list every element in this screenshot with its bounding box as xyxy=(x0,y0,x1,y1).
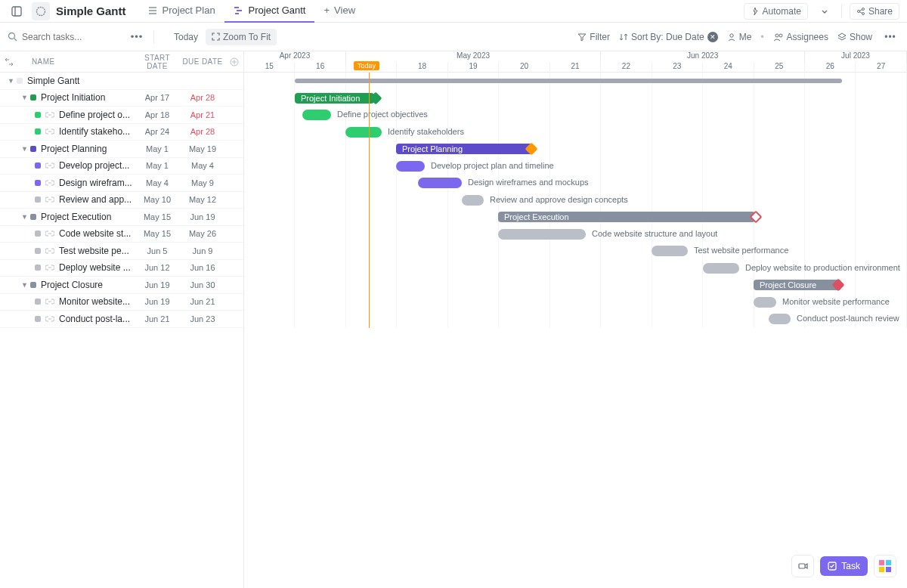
toolbar: ••• Today Zoom To Fit Filter Sort By: Du… xyxy=(0,23,907,51)
task-bar[interactable] xyxy=(754,297,776,308)
search-options[interactable]: ••• xyxy=(128,28,146,46)
task-row[interactable]: Deploy website ... Jun 12 Jun 16 xyxy=(0,260,243,277)
collapse-icon[interactable]: ▼ xyxy=(21,94,30,101)
task-name: Simple Gantt xyxy=(27,76,135,86)
group-row[interactable]: ▼ Project Planning May 1 May 19 xyxy=(0,141,243,158)
collapse-icon[interactable]: ▼ xyxy=(8,77,17,85)
task-row[interactable]: Identify stakeho... Apr 24 Apr 28 xyxy=(0,124,243,141)
name-column-header[interactable]: Name xyxy=(18,57,135,66)
due-date: Jun 9 xyxy=(180,246,225,255)
task-bar[interactable] xyxy=(769,314,791,324)
group-bar[interactable]: Project Initiation xyxy=(295,93,374,104)
record-button[interactable] xyxy=(791,555,814,577)
month-header: Jun 2023 xyxy=(601,51,805,62)
filter-button[interactable]: Filter xyxy=(577,32,610,42)
task-bar[interactable] xyxy=(462,195,484,206)
svg-point-17 xyxy=(775,34,779,37)
status-dot xyxy=(30,282,36,288)
group-row[interactable]: ▼ Project Closure Jun 19 Jun 30 xyxy=(0,277,243,294)
bar-label: Code website structure and layout xyxy=(592,229,717,238)
bar-row: Test website performance xyxy=(244,243,907,260)
group-bar[interactable]: Project Planning xyxy=(396,144,534,154)
status-dot xyxy=(35,180,41,186)
task-bar[interactable] xyxy=(418,178,462,188)
task-bar[interactable] xyxy=(498,229,586,240)
group-bar[interactable]: Project Execution xyxy=(498,212,755,222)
bar-row: Project Planning xyxy=(244,141,907,158)
task-row[interactable]: Conduct post-la... Jun 21 Jun 23 xyxy=(0,311,243,328)
task-row[interactable]: Develop project... May 1 May 4 xyxy=(0,158,243,175)
svg-rect-8 xyxy=(235,13,239,14)
group-bar[interactable]: Project Closure xyxy=(754,280,841,290)
apps-icon xyxy=(879,560,891,572)
svg-line-15 xyxy=(14,39,17,42)
today-button[interactable]: Today xyxy=(174,32,198,42)
automate-dropdown[interactable] xyxy=(816,2,834,20)
bar-row: Project Initiation xyxy=(244,90,907,107)
task-bar[interactable] xyxy=(302,110,331,120)
svg-line-12 xyxy=(859,9,862,11)
group-row[interactable]: ▼ Project Execution May 15 Jun 19 xyxy=(0,209,243,226)
task-name: Project Initiation xyxy=(41,92,135,103)
task-name: Code website st... xyxy=(59,228,135,239)
task-row[interactable]: Review and app... May 10 May 12 xyxy=(0,192,243,209)
task-row[interactable]: Code website st... May 15 May 26 xyxy=(0,226,243,243)
show-button[interactable]: Show xyxy=(837,32,872,42)
task-row[interactable]: Test website pe... Jun 5 Jun 9 xyxy=(0,243,243,260)
collapse-icon[interactable]: ▼ xyxy=(21,281,30,289)
collapse-icon[interactable]: ▼ xyxy=(21,213,30,221)
collapse-icon[interactable]: ▼ xyxy=(21,145,30,153)
users-icon xyxy=(773,32,784,42)
week-header: 22 xyxy=(601,62,652,73)
automate-button[interactable]: Automate xyxy=(744,3,808,20)
week-header: 27 xyxy=(856,62,906,73)
task-row[interactable]: Monitor website... Jun 19 Jun 21 xyxy=(0,294,243,311)
task-bar[interactable] xyxy=(652,246,688,256)
task-row[interactable]: Design wirefram... May 4 May 9 xyxy=(0,175,243,192)
tab-project-plan[interactable]: Project Plan xyxy=(138,0,224,23)
start-date: Jun 5 xyxy=(135,246,180,255)
task-name: Project Closure xyxy=(41,280,135,290)
clear-sort-button[interactable]: ✕ xyxy=(707,32,718,42)
subtask-icon xyxy=(45,195,54,204)
task-bar[interactable] xyxy=(396,161,425,172)
bar-row: Identify stakeholders xyxy=(244,124,907,141)
sidebar-toggle-icon[interactable] xyxy=(8,2,26,20)
search-input[interactable] xyxy=(22,32,98,42)
page-title[interactable]: Simple Gantt xyxy=(56,5,126,17)
task-name: Develop project... xyxy=(59,160,135,171)
assignees-button[interactable]: Assignees xyxy=(773,32,828,42)
start-date: Apr 17 xyxy=(135,93,180,102)
tab-label: Project Gantt xyxy=(249,5,306,16)
add-column-button[interactable] xyxy=(225,57,243,67)
task-row[interactable]: Define project o... Apr 18 Apr 21 xyxy=(0,107,243,124)
share-button[interactable]: Share xyxy=(850,3,899,20)
summary-bar[interactable] xyxy=(295,79,842,83)
me-button[interactable]: Me xyxy=(727,32,752,42)
week-header: 15 xyxy=(244,62,295,73)
due-column-header[interactable]: Due Date xyxy=(180,57,225,66)
start-column-header[interactable]: Start Date xyxy=(135,54,180,70)
bar-label: Conduct post-launch review xyxy=(797,314,899,323)
root-row[interactable]: ▼ Simple Gantt xyxy=(0,73,243,90)
task-bar[interactable] xyxy=(345,127,382,138)
start-date: Apr 24 xyxy=(135,127,180,136)
apps-button[interactable] xyxy=(874,555,896,577)
start-date: Jun 12 xyxy=(135,263,180,272)
gantt-panel[interactable]: Apr 2023May 2023Jun 2023Jul 2023 1516171… xyxy=(244,51,907,588)
subtask-icon xyxy=(45,229,54,238)
tab-project-gantt[interactable]: Project Gantt xyxy=(224,0,315,23)
svg-line-13 xyxy=(859,11,862,13)
zoom-to-fit-button[interactable]: Zoom To Fit xyxy=(206,29,277,45)
group-row[interactable]: ▼ Project Initiation Apr 17 Apr 28 xyxy=(0,90,243,107)
expand-all-button[interactable] xyxy=(0,57,18,67)
task-list-header: Name Start Date Due Date xyxy=(0,51,243,73)
new-task-button[interactable]: Task xyxy=(820,556,868,576)
task-bar[interactable] xyxy=(703,263,739,274)
add-view-button[interactable]: + View xyxy=(314,0,364,23)
sort-button[interactable]: Sort By: Due Date ✕ xyxy=(619,32,718,42)
week-header: 20 xyxy=(499,62,549,73)
gantt-icon xyxy=(234,5,244,16)
more-options-button[interactable]: ••• xyxy=(881,28,899,46)
status-dot xyxy=(35,316,41,322)
